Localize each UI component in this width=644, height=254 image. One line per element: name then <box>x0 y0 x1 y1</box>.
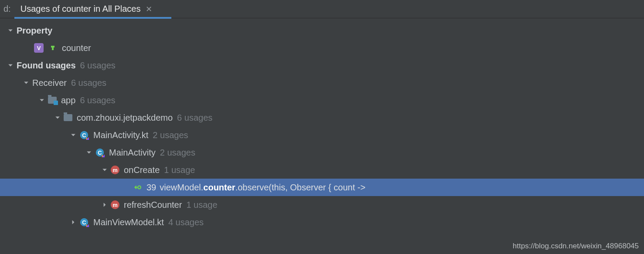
method-label: refreshCounter <box>124 200 182 210</box>
module-count: 6 usages <box>80 95 115 105</box>
chevron-right-icon[interactable] <box>101 201 108 208</box>
module-icon <box>48 97 57 104</box>
file-label: MainActivity.kt <box>93 130 148 140</box>
node-found-usages[interactable]: Found usages 6 usages <box>0 57 644 74</box>
chevron-down-icon[interactable] <box>70 132 77 139</box>
package-count: 6 usages <box>177 113 212 123</box>
package-label: com.zhouxi.jetpackdemo <box>77 113 173 123</box>
svg-rect-1 <box>52 47 54 50</box>
tab-title: Usages of counter in All Places <box>20 4 141 14</box>
kotlin-class-icon: C <box>95 148 105 157</box>
chevron-right-icon[interactable] <box>70 219 77 226</box>
node-property[interactable]: Property <box>0 22 644 39</box>
method-icon: m <box>111 166 119 174</box>
tabbar-prefix: d: <box>3 4 14 14</box>
close-icon[interactable]: ✕ <box>146 4 152 14</box>
property-name: counter <box>62 43 91 53</box>
tab-usages[interactable]: Usages of counter in All Places ✕ <box>14 0 159 18</box>
chevron-down-icon[interactable] <box>38 97 45 104</box>
svg-point-6 <box>138 186 141 189</box>
found-count: 6 usages <box>80 61 116 71</box>
usage-code-post: .observe(this, Observer { count -> <box>235 183 365 193</box>
node-class-mainactivity[interactable]: C MainActivity 2 usages <box>0 144 644 161</box>
file-count: 4 usages <box>168 217 204 227</box>
node-method-refreshcounter[interactable]: m refreshCounter 1 usage <box>0 196 644 213</box>
usage-code-pre: viewModel. <box>160 183 203 193</box>
svg-text:C: C <box>98 149 102 156</box>
property-label: Property <box>17 26 52 36</box>
method-label: onCreate <box>124 165 160 175</box>
package-icon <box>64 114 72 121</box>
method-icon: m <box>111 200 119 209</box>
node-file-mainactivity[interactable]: C MainActivity.kt 2 usages <box>0 126 644 144</box>
chevron-down-icon[interactable] <box>85 149 92 156</box>
svg-text:C: C <box>82 219 86 226</box>
override-icon <box>133 183 142 192</box>
kotlin-file-icon: C <box>79 217 89 227</box>
node-file-mainviewmodel[interactable]: C MainViewModel.kt 4 usages <box>0 213 644 231</box>
svg-rect-0 <box>51 46 55 47</box>
found-label: Found usages <box>17 61 76 71</box>
chevron-down-icon[interactable] <box>23 79 30 86</box>
variable-icon: V <box>34 43 44 53</box>
field-access-icon <box>48 43 58 53</box>
node-receiver[interactable]: Receiver 6 usages <box>0 74 644 91</box>
node-module-app[interactable]: app 6 usages <box>0 91 644 109</box>
node-package[interactable]: com.zhouxi.jetpackdemo 6 usages <box>0 109 644 126</box>
method-count: 1 usage <box>186 200 217 210</box>
file-label: MainViewModel.kt <box>93 217 164 227</box>
node-usage-line[interactable]: 39 viewModel.counter.observe(this, Obser… <box>0 179 644 196</box>
receiver-count: 6 usages <box>71 78 106 88</box>
usage-code-bold: counter <box>203 183 235 193</box>
kotlin-file-icon: C <box>79 130 89 140</box>
chevron-down-icon[interactable] <box>7 27 14 34</box>
method-count: 1 usage <box>164 165 195 175</box>
watermark: https://blog.csdn.net/weixin_48968045 <box>513 242 639 251</box>
chevron-down-icon[interactable] <box>7 62 14 69</box>
chevron-down-icon[interactable] <box>101 166 108 173</box>
class-label: MainActivity <box>109 148 156 158</box>
tabbar: d: Usages of counter in All Places ✕ <box>0 0 644 18</box>
chevron-down-icon[interactable] <box>54 114 61 121</box>
svg-text:C: C <box>82 132 86 139</box>
file-count: 2 usages <box>153 130 188 140</box>
receiver-label: Receiver <box>32 78 67 88</box>
class-count: 2 usages <box>160 148 195 158</box>
tab-underline <box>14 17 172 19</box>
usages-tree: Property V counter Found usages 6 usages… <box>0 18 644 231</box>
node-method-oncreate[interactable]: m onCreate 1 usage <box>0 161 644 179</box>
usage-lineno: 39 <box>147 183 156 193</box>
node-property-item[interactable]: V counter <box>0 39 644 57</box>
module-label: app <box>61 95 75 105</box>
